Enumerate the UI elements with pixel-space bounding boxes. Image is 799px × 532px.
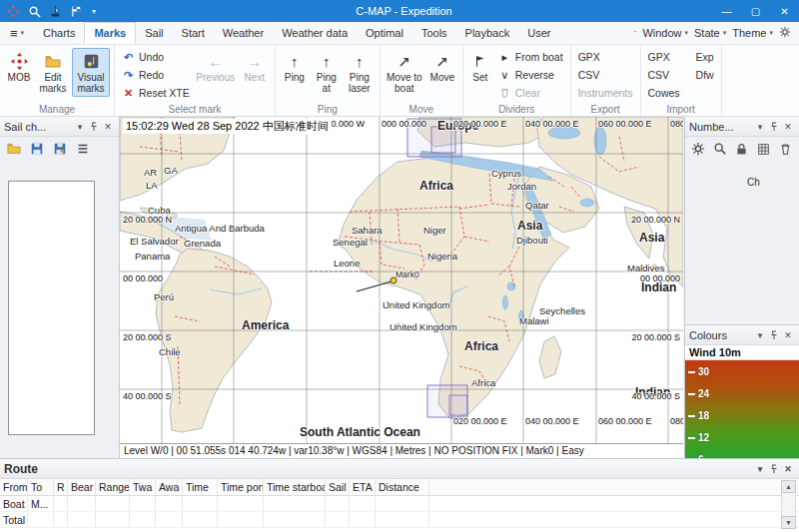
export-gpx-button[interactable]: GPX xyxy=(575,48,636,66)
scroll-down-icon[interactable]: ▼ xyxy=(781,516,796,529)
export-csv-button[interactable]: CSV xyxy=(575,66,636,84)
group-label-import: Import xyxy=(641,104,721,115)
route-column-header[interactable]: Time port xyxy=(218,479,264,495)
ping-at-button[interactable]: ↑ Ping at xyxy=(312,48,342,97)
tab-start[interactable]: Start xyxy=(173,22,214,44)
save-icon[interactable] xyxy=(29,141,45,157)
lock-icon[interactable] xyxy=(735,141,750,157)
close-icon[interactable]: ✕ xyxy=(781,120,795,134)
redo-label: Redo xyxy=(139,69,164,81)
route-column-header[interactable]: Time starboard xyxy=(264,479,326,495)
mob-button[interactable]: MOB xyxy=(4,48,34,97)
pin-icon[interactable] xyxy=(767,328,781,342)
close-icon[interactable]: ✕ xyxy=(101,120,115,134)
visual-marks-button[interactable]: Visual marks xyxy=(72,48,110,97)
from-boat-label: From boat xyxy=(515,51,563,63)
theme-menu[interactable]: Theme ▾ xyxy=(732,27,773,39)
compass-icon[interactable] xyxy=(6,4,20,18)
route-column-header[interactable]: To xyxy=(28,479,54,495)
route-column-header[interactable]: Time xyxy=(183,479,218,495)
pin-icon[interactable] xyxy=(87,120,101,134)
import-dfw-button[interactable]: Dfw xyxy=(693,66,717,84)
route-column-header[interactable]: Awa xyxy=(156,479,183,495)
route-column-header[interactable]: ETA xyxy=(350,479,376,495)
maximize-button[interactable]: ▢ xyxy=(741,0,770,22)
gear-icon[interactable] xyxy=(691,141,706,157)
redo-button[interactable]: ↷ Redo xyxy=(119,66,193,84)
search-icon[interactable] xyxy=(713,141,728,157)
undo-label: Undo xyxy=(139,51,164,63)
import-exp-button[interactable]: Exp xyxy=(693,48,717,66)
set-divider-button[interactable]: Set xyxy=(467,48,493,102)
move-to-boat-button[interactable]: ↗ Move to boat xyxy=(385,48,424,97)
collapse-ribbon-icon[interactable]: ˆ xyxy=(634,30,636,37)
ping-laser-button[interactable]: ↑ Ping laser xyxy=(344,48,376,97)
flag-icon[interactable] xyxy=(69,4,83,18)
settings-gear-icon[interactable] xyxy=(779,26,791,40)
dividers-reverse-button[interactable]: ∨ Reverse xyxy=(495,66,566,84)
window-menu[interactable]: Window ▾ xyxy=(642,27,688,39)
trash-icon[interactable] xyxy=(778,141,793,157)
chevron-down-icon[interactable]: ▾ xyxy=(753,120,767,134)
menu-button[interactable]: ≡ ▾ xyxy=(0,22,34,44)
route-column-header[interactable]: Sail xyxy=(326,479,350,495)
dividers-clear-button[interactable]: Clear xyxy=(495,84,566,102)
chevron-down-icon[interactable]: ▾ xyxy=(753,462,767,476)
numbers-panel: Numbe... ▾ ✕ Ch xyxy=(684,117,799,323)
tab-user[interactable]: User xyxy=(518,22,559,44)
sail-list-box[interactable] xyxy=(8,181,95,435)
dividers-from-boat-button[interactable]: ▸ From boat xyxy=(495,48,566,66)
list-icon[interactable] xyxy=(75,141,91,157)
undo-button[interactable]: ↶ Undo xyxy=(119,48,193,66)
grid-icon[interactable] xyxy=(756,141,771,157)
route-row[interactable]: BoatM... xyxy=(0,496,799,512)
tab-marks[interactable]: Marks xyxy=(84,22,136,44)
chevron-down-icon[interactable]: ▾ xyxy=(753,328,767,342)
boat-icon[interactable] xyxy=(48,4,62,18)
tab-weather[interactable]: Weather xyxy=(214,22,273,44)
search-icon[interactable] xyxy=(27,4,41,18)
tab-weather-data[interactable]: Weather data xyxy=(273,22,357,44)
move-label: Move xyxy=(430,72,454,83)
pin-icon[interactable] xyxy=(767,120,781,134)
tab-tools[interactable]: Tools xyxy=(412,22,456,44)
route-column-header[interactable]: Distance xyxy=(376,479,429,495)
route-column-header[interactable]: Range xyxy=(96,479,130,495)
tab-optimal[interactable]: Optimal xyxy=(357,22,412,44)
quick-access-toolbar: ▾ xyxy=(0,4,96,18)
scroll-up-icon[interactable]: ▲ xyxy=(781,480,796,493)
export-instruments-button[interactable]: Instruments xyxy=(575,84,636,102)
open-folder-icon[interactable] xyxy=(6,141,22,157)
tab-playback[interactable]: Playback xyxy=(456,22,519,44)
pin-icon[interactable] xyxy=(767,462,781,476)
close-icon[interactable]: ✕ xyxy=(781,328,795,342)
chart-area[interactable]: EuropeAfricaAsiaAsiaAmericaAfricaIndianI… xyxy=(120,117,683,458)
previous-mark-button[interactable]: ← Previous xyxy=(195,48,237,102)
route-column-header[interactable]: From xyxy=(0,479,28,495)
save-edit-icon[interactable] xyxy=(52,141,68,157)
close-icon[interactable]: ✕ xyxy=(781,462,795,476)
numbers-list-item[interactable]: Ch xyxy=(747,177,760,188)
tab-sail[interactable]: Sail xyxy=(136,22,172,44)
state-menu[interactable]: State ▾ xyxy=(694,27,726,39)
route-row[interactable]: Total xyxy=(0,512,799,528)
edit-marks-button[interactable]: Edit marks xyxy=(36,48,70,97)
import-cowes-button[interactable]: Cowes xyxy=(645,84,683,102)
route-cell xyxy=(350,512,376,527)
reset-xte-button[interactable]: ✕ Reset XTE xyxy=(119,84,193,102)
import-csv-button[interactable]: CSV xyxy=(645,66,683,84)
scrollbar-track[interactable] xyxy=(781,493,796,516)
ping-button[interactable]: ↑ Ping xyxy=(280,48,310,97)
close-button[interactable]: ✕ xyxy=(770,0,799,22)
move-button[interactable]: ↗ Move xyxy=(426,48,458,97)
route-column-header[interactable]: Twa xyxy=(130,479,156,495)
export-instruments-label: Instruments xyxy=(578,87,633,99)
route-scrollbar[interactable]: ▲ ▼ xyxy=(781,480,796,529)
minimize-button[interactable]: — xyxy=(712,0,741,22)
route-column-header[interactable]: R xyxy=(54,479,68,495)
tab-charts[interactable]: Charts xyxy=(34,22,84,44)
import-gpx-button[interactable]: GPX xyxy=(645,48,683,66)
chevron-down-icon[interactable]: ▾ xyxy=(73,120,87,134)
next-mark-button[interactable]: → Next xyxy=(239,48,271,102)
route-column-header[interactable]: Bear xyxy=(68,479,96,495)
